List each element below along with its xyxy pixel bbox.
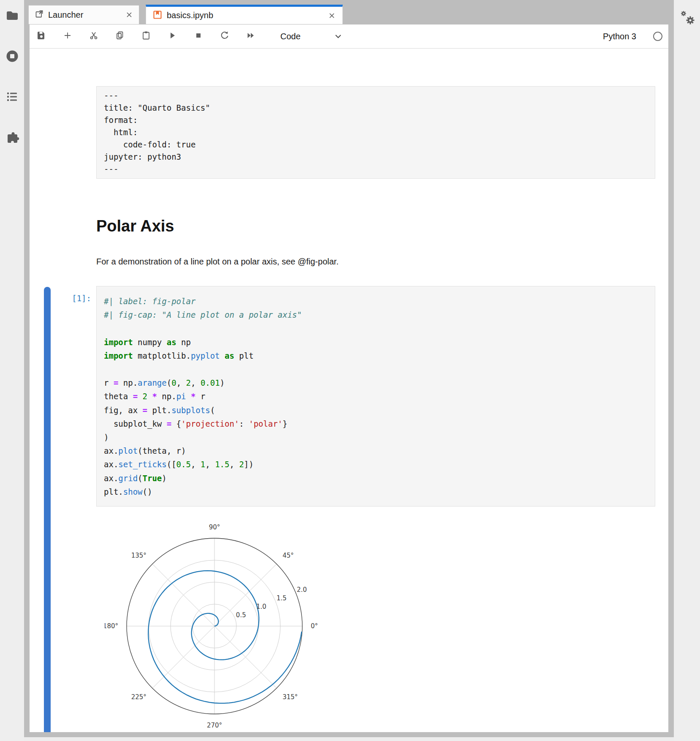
code-line: subplot_kw = {'projection': 'polar'}	[104, 417, 655, 430]
code-line	[104, 362, 655, 376]
sidebar-item-running-kernels[interactable]	[5, 50, 19, 64]
sidebar-item-file-browser[interactable]	[5, 9, 19, 24]
r-tick-label: 1.0	[256, 603, 266, 610]
kernel-name[interactable]: Python 3	[603, 32, 636, 41]
markdown-heading: Polar Axis	[96, 217, 174, 235]
copy-cells-button[interactable]	[115, 31, 125, 41]
theta-tick-label: 270°	[207, 722, 222, 729]
r-tick-label: 1.5	[277, 594, 287, 602]
r-tick-label: 2.0	[297, 586, 307, 594]
property-inspector-button[interactable]	[678, 8, 697, 28]
code-line: theta = 2 * np.pi * r	[104, 390, 655, 403]
code-line: #| label: fig-polar	[104, 294, 655, 308]
launcher-icon	[35, 9, 44, 20]
theta-tick-label: 225°	[131, 693, 147, 701]
code-line: import numpy as np	[104, 335, 655, 349]
notebook-panel: Code Python 3 ---title: "Quarto Basics"f…	[30, 25, 668, 732]
run-icon	[167, 30, 177, 42]
code-line: import matplotlib.pyplot as plt	[104, 349, 655, 362]
theta-tick-label: 45°	[282, 552, 294, 559]
raw-line: ---	[104, 90, 655, 102]
copy-icon	[115, 30, 125, 42]
tab-basics-ipynb[interactable]: basics.ipynb	[146, 5, 343, 24]
tab-label: basics.ipynb	[167, 11, 213, 20]
code-line: )	[104, 430, 655, 444]
paste-cells-button[interactable]	[141, 31, 151, 41]
code-line: ax.plot(theta, r)	[104, 444, 655, 458]
theta-tick-label: 315°	[282, 693, 298, 701]
theta-tick-label: 90°	[209, 523, 220, 531]
polar-axes: 0°45°90°135°180°225°270°315°0.51.01.52.0	[105, 468, 324, 732]
code-line: r = np.arange(0, 2, 0.01)	[104, 376, 655, 390]
restart-run-all-button[interactable]	[246, 31, 256, 41]
raw-line: html:	[104, 126, 655, 139]
code-line	[104, 321, 655, 335]
execution-count-prompt: [1]:	[52, 294, 91, 303]
close-icon[interactable]	[327, 11, 336, 20]
fast-forward-icon	[246, 30, 256, 42]
theta-tick-label: 180°	[105, 622, 118, 630]
cut-cells-button[interactable]	[89, 31, 99, 41]
interrupt-kernel-button[interactable]	[193, 31, 203, 41]
code-line: #| fig-cap: "A line plot on a polar axis…	[104, 308, 655, 321]
close-icon[interactable]	[125, 10, 134, 19]
right-activity-bar	[674, 0, 700, 741]
save-icon	[36, 30, 46, 42]
run-cell-button[interactable]	[167, 31, 177, 41]
raw-line: code-fold: true	[104, 139, 655, 151]
theta-tick-label: 0°	[311, 622, 318, 630]
raw-line: jupyter: python3	[104, 151, 655, 163]
sidebar-item-table-of-contents[interactable]	[5, 90, 19, 105]
scissors-icon	[89, 30, 99, 42]
kernel-status-icon	[652, 31, 663, 42]
clipboard-icon	[141, 30, 151, 42]
tab-label: Launcher	[48, 10, 83, 20]
output-collapser[interactable]	[44, 471, 51, 732]
spiral-line	[148, 571, 301, 703]
puzzle-icon	[5, 130, 19, 146]
restart-icon	[220, 30, 230, 42]
stop-circle-icon	[5, 49, 19, 65]
folder-icon	[5, 8, 19, 25]
code-line: fig, ax = plt.subplots(	[104, 403, 655, 417]
add-cell-button[interactable]	[62, 31, 73, 41]
markdown-paragraph: For a demonstration of a line plot on a …	[96, 257, 339, 267]
cell-type-value: Code	[280, 32, 301, 41]
stop-icon	[193, 30, 203, 42]
raw-line: format:	[104, 114, 655, 126]
plus-icon	[62, 30, 73, 42]
sidebar-item-extensions[interactable]	[5, 131, 19, 145]
restart-kernel-button[interactable]	[220, 31, 230, 41]
kernel-area: Python 3	[603, 31, 663, 42]
left-activity-icons	[0, 9, 24, 145]
tab-launcher[interactable]: Launcher	[28, 5, 139, 25]
notebook-icon	[152, 10, 163, 22]
raw-line: title: "Quarto Basics"	[104, 102, 655, 114]
output-figure: 0°45°90°135°180°225°270°315°0.51.01.52.0	[105, 468, 324, 732]
theta-tick-label: 135°	[131, 552, 147, 559]
list-icon	[5, 90, 19, 106]
raw-cell-yaml[interactable]: ---title: "Quarto Basics"format: html: c…	[96, 86, 655, 179]
cell-type-dropdown[interactable]: Code	[280, 32, 342, 41]
r-tick-label: 0.5	[236, 611, 246, 619]
gears-icon	[678, 22, 697, 29]
notebook-toolbar: Code Python 3	[30, 25, 668, 49]
raw-line: ---	[104, 163, 655, 175]
notebook-content: ---title: "Quarto Basics"format: html: c…	[30, 49, 668, 732]
save-button[interactable]	[36, 31, 46, 41]
chevron-down-icon	[334, 32, 342, 41]
